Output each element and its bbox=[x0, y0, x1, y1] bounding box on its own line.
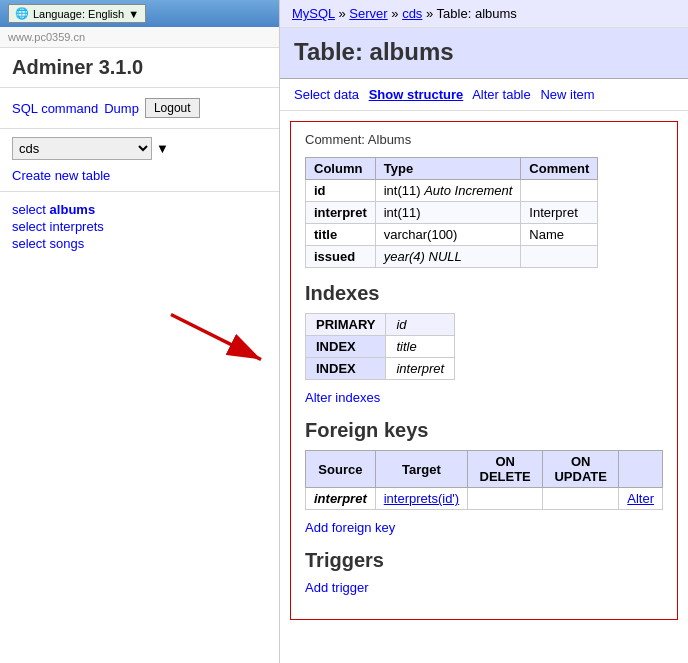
col-interpret-type: int(11) bbox=[375, 202, 521, 224]
songs-link[interactable]: songs bbox=[50, 236, 85, 251]
triggers-title: Triggers bbox=[305, 549, 663, 572]
chevron-down-icon: ▼ bbox=[128, 8, 139, 20]
fk-alter: Alter bbox=[619, 488, 663, 510]
select-songs-prefix[interactable]: select bbox=[12, 236, 46, 251]
table-row: title varchar(100) Name bbox=[306, 224, 598, 246]
col-id-type: int(11) Auto Increment bbox=[375, 180, 521, 202]
page-title-bar: Table: albums bbox=[280, 28, 688, 79]
table-row: PRIMARY id bbox=[306, 314, 455, 336]
comment-line: Comment: Albums bbox=[305, 132, 663, 147]
dump-link[interactable]: Dump bbox=[104, 101, 139, 116]
add-foreign-key-link[interactable]: Add foreign key bbox=[305, 520, 663, 535]
language-label: Language: English bbox=[33, 8, 124, 20]
sidebar-header: 🌐 Language: English ▼ bbox=[0, 0, 279, 27]
col-issued: issued bbox=[306, 246, 376, 268]
fk-header-source: Source bbox=[306, 451, 376, 488]
col-interpret-comment: Interpret bbox=[521, 202, 598, 224]
col-title-type: varchar(100) bbox=[375, 224, 521, 246]
col-id: id bbox=[306, 180, 376, 202]
breadcrumb-cds[interactable]: cds bbox=[402, 6, 422, 21]
col-title-comment: Name bbox=[521, 224, 598, 246]
alter-table-link[interactable]: Alter table bbox=[472, 87, 531, 102]
page-title: Table: albums bbox=[294, 38, 674, 66]
index-type-interpret: INDEX bbox=[306, 358, 386, 380]
fk-header-on-delete: ON DELETE bbox=[468, 451, 543, 488]
col-header-type: Type bbox=[375, 158, 521, 180]
sql-command-link[interactable]: SQL command bbox=[12, 101, 98, 116]
table-row: interpret int(11) Interpret bbox=[306, 202, 598, 224]
list-item: select interprets bbox=[12, 219, 267, 234]
foreign-keys-table: Source Target ON DELETE ON UPDATE interp… bbox=[305, 450, 663, 510]
breadcrumb-current: Table: albums bbox=[437, 6, 517, 21]
index-col-id: id bbox=[386, 314, 455, 336]
sidebar-tables: select albums select interprets select s… bbox=[0, 192, 279, 263]
indexes-title: Indexes bbox=[305, 282, 663, 305]
database-select[interactable]: cds bbox=[12, 137, 152, 160]
sidebar: 🌐 Language: English ▼ www.pc0359.cn Admi… bbox=[0, 0, 280, 663]
fk-header-action bbox=[619, 451, 663, 488]
new-item-link[interactable]: New item bbox=[540, 87, 594, 102]
indexes-table: PRIMARY id INDEX title INDEX interpret bbox=[305, 313, 455, 380]
col-title: title bbox=[306, 224, 376, 246]
col-header-column: Column bbox=[306, 158, 376, 180]
sep3: » bbox=[426, 6, 433, 21]
col-issued-comment bbox=[521, 246, 598, 268]
table-row: INDEX interpret bbox=[306, 358, 455, 380]
foreign-keys-title: Foreign keys bbox=[305, 419, 663, 442]
language-selector[interactable]: 🌐 Language: English ▼ bbox=[8, 4, 146, 23]
sidebar-nav: SQL command Dump Logout bbox=[0, 88, 279, 129]
select-albums-prefix[interactable]: select bbox=[12, 202, 46, 217]
dropdown-arrow-icon: ▼ bbox=[156, 141, 169, 156]
alter-indexes-link[interactable]: Alter indexes bbox=[305, 390, 663, 405]
select-interprets-prefix[interactable]: select bbox=[12, 219, 46, 234]
breadcrumb-server[interactable]: Server bbox=[349, 6, 387, 21]
sep1: » bbox=[338, 6, 345, 21]
fk-source: interpret bbox=[306, 488, 376, 510]
add-trigger-link[interactable]: Add trigger bbox=[305, 580, 663, 595]
action-links: Select data Show structure Alter table N… bbox=[280, 79, 688, 111]
table-row: id int(11) Auto Increment bbox=[306, 180, 598, 202]
sep2: » bbox=[391, 6, 398, 21]
structure-table: Column Type Comment id int(11) Auto Incr… bbox=[305, 157, 598, 268]
watermark: www.pc0359.cn bbox=[8, 31, 271, 43]
show-structure-link[interactable]: Show structure bbox=[369, 87, 464, 102]
index-col-interpret: interpret bbox=[386, 358, 455, 380]
content-area: Comment: Albums Column Type Comment id i… bbox=[290, 121, 678, 620]
flag-icon: 🌐 bbox=[15, 7, 29, 20]
index-type-title: INDEX bbox=[306, 336, 386, 358]
select-data-link[interactable]: Select data bbox=[294, 87, 359, 102]
albums-link[interactable]: albums bbox=[50, 202, 96, 217]
table-row: INDEX title bbox=[306, 336, 455, 358]
index-type-primary: PRIMARY bbox=[306, 314, 386, 336]
sidebar-db-select: cds ▼ Create new table bbox=[0, 129, 279, 192]
breadcrumb-mysql[interactable]: MySQL bbox=[292, 6, 335, 21]
list-item: select albums bbox=[12, 202, 267, 217]
fk-target: interprets(id') bbox=[375, 488, 467, 510]
table-row: issued year(4) NULL bbox=[306, 246, 598, 268]
fk-header-target: Target bbox=[375, 451, 467, 488]
main-content: MySQL » Server » cds » Table: albums Tab… bbox=[280, 0, 688, 663]
breadcrumb: MySQL » Server » cds » Table: albums bbox=[280, 0, 688, 28]
logout-button[interactable]: Logout bbox=[145, 98, 200, 118]
fk-on-delete bbox=[468, 488, 543, 510]
col-id-comment bbox=[521, 180, 598, 202]
interprets-fk-link[interactable]: interprets(id') bbox=[384, 491, 459, 506]
col-issued-type: year(4) NULL bbox=[375, 246, 521, 268]
fk-header-on-update: ON UPDATE bbox=[543, 451, 619, 488]
list-item: select songs bbox=[12, 236, 267, 251]
fk-on-update bbox=[543, 488, 619, 510]
create-new-table-link[interactable]: Create new table bbox=[12, 168, 267, 183]
table-row: interpret interprets(id') Alter bbox=[306, 488, 663, 510]
index-col-title: title bbox=[386, 336, 455, 358]
adminer-title: Adminer 3.1.0 bbox=[0, 48, 279, 88]
fk-alter-link[interactable]: Alter bbox=[627, 491, 654, 506]
interprets-link[interactable]: interprets bbox=[50, 219, 104, 234]
col-interpret: interpret bbox=[306, 202, 376, 224]
col-header-comment: Comment bbox=[521, 158, 598, 180]
